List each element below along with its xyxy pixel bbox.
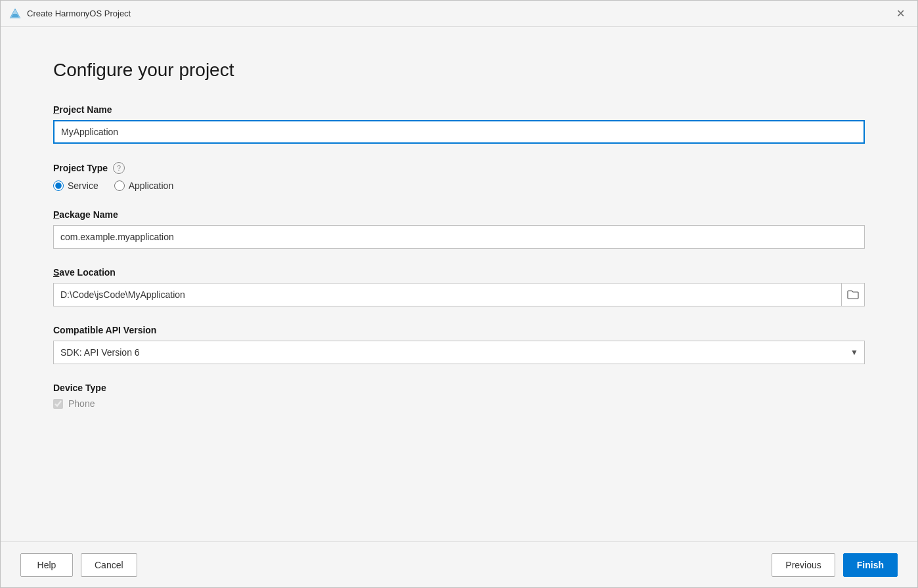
title-bar-left: Create HarmonyOS Project [9,7,131,20]
content-area: Configure your project Project Name Proj… [1,27,917,541]
save-location-wrapper [53,283,865,306]
radio-service-label: Service [68,180,98,191]
project-type-help-icon[interactable]: ? [113,162,125,174]
dialog: Create HarmonyOS Project ✕ Configure you… [0,0,918,588]
package-name-group: Package Name [53,209,865,249]
project-name-input[interactable] [53,120,865,144]
browse-folder-button[interactable] [841,283,865,306]
radio-application[interactable] [114,180,125,191]
save-location-label: Save Location [53,267,865,278]
radio-option-application[interactable]: Application [114,180,174,191]
finish-button[interactable]: Finish [843,553,898,577]
api-version-label: Compatible API Version [53,325,865,335]
project-name-group: Project Name [53,104,865,144]
save-location-group: Save Location [53,267,865,306]
footer: Help Cancel Previous Finish [1,541,917,587]
project-name-label: Project Name [53,104,865,115]
api-version-group: Compatible API Version SDK: API Version … [53,325,865,364]
project-type-label-row: Project Type ? [53,162,865,174]
cancel-button[interactable]: Cancel [81,553,137,577]
package-name-input[interactable] [53,225,865,249]
folder-icon [847,289,859,300]
api-version-select[interactable]: SDK: API Version 6 SDK: API Version 5 SD… [53,341,865,364]
radio-service[interactable] [53,180,64,191]
api-version-select-wrapper: SDK: API Version 6 SDK: API Version 5 SD… [53,341,865,364]
package-name-label: Package Name [53,209,865,220]
previous-button[interactable]: Previous [772,553,835,577]
radio-option-service[interactable]: Service [53,180,98,191]
page-heading: Configure your project [53,60,865,81]
footer-left: Help Cancel [20,553,137,577]
device-type-group: Device Type Phone [53,383,865,409]
close-button[interactable]: ✕ [891,5,909,23]
harmonyos-logo-icon [9,7,22,20]
device-type-label: Device Type [53,383,865,393]
project-type-label: Project Type [53,163,108,173]
dialog-title: Create HarmonyOS Project [27,9,131,18]
device-type-phone-label: Phone [68,398,95,409]
project-name-label-text: Project Name [53,104,112,115]
device-type-phone-checkbox[interactable] [53,399,63,409]
help-button[interactable]: Help [20,553,73,577]
project-type-group: Project Type ? Service Application [53,162,865,191]
project-type-radio-group: Service Application [53,180,865,191]
save-location-input[interactable] [53,283,841,306]
title-bar: Create HarmonyOS Project ✕ [1,1,917,27]
footer-right: Previous Finish [772,553,898,577]
radio-application-label: Application [129,180,174,191]
device-type-checkbox-group: Phone [53,398,865,409]
